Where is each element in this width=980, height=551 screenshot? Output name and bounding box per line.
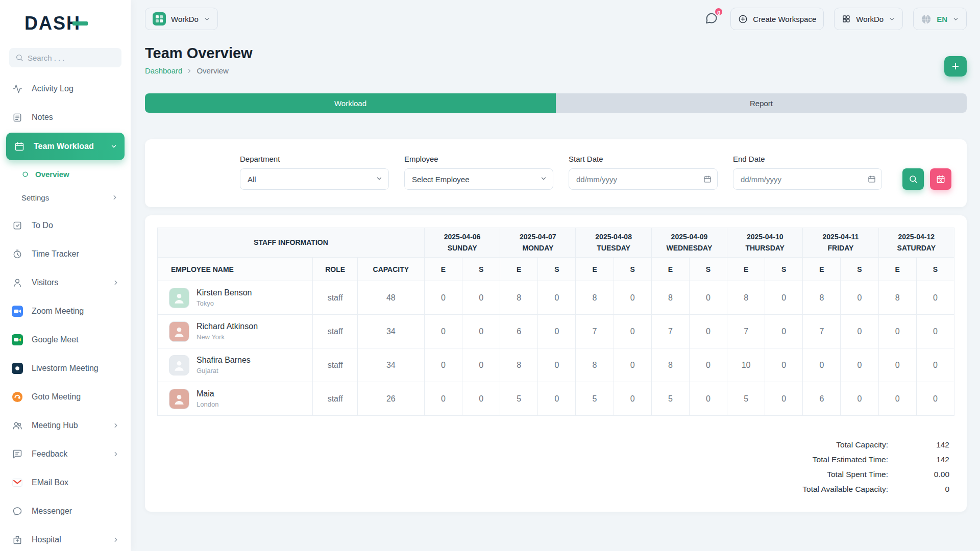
sidebar-item-visitors[interactable]: Visitors bbox=[0, 268, 131, 297]
sidebar-item-notes[interactable]: Notes bbox=[0, 103, 131, 132]
sidebar-subitem-settings[interactable]: Settings bbox=[0, 186, 131, 209]
workspace-switcher[interactable]: WorkDo bbox=[145, 8, 218, 30]
employee-name: Shafira Barnes bbox=[197, 356, 251, 365]
sidebar-item-label: Team Workload bbox=[34, 142, 94, 151]
sidebar-item-zoom-meeting[interactable]: Zoom Meeting bbox=[0, 297, 131, 325]
day-header: 2025-04-10THURSDAY bbox=[727, 228, 803, 258]
sidebar-item-to-do[interactable]: To Do bbox=[0, 211, 131, 240]
sidebar-subitem-overview[interactable]: Overview bbox=[0, 162, 131, 186]
sidebar-item-time-tracker[interactable]: Time Tracker bbox=[0, 240, 131, 268]
department-select[interactable]: All bbox=[240, 168, 389, 190]
estimate-cell: 5 bbox=[500, 382, 538, 416]
meet-icon bbox=[11, 334, 23, 346]
sidebar-item-google-meet[interactable]: Google Meet bbox=[0, 325, 131, 354]
employee-location: New York bbox=[197, 333, 258, 341]
tab-report[interactable]: Report bbox=[556, 93, 967, 113]
overview-dot-icon bbox=[21, 170, 29, 178]
page-title: Team Overview bbox=[145, 45, 967, 62]
search-input[interactable] bbox=[9, 48, 121, 67]
sidebar-item-email-box[interactable]: EMail Box bbox=[0, 468, 131, 497]
sidebar-item-label: Google Meet bbox=[32, 335, 79, 344]
create-workspace-button[interactable]: Create Workspace bbox=[730, 8, 824, 30]
chevron-right-icon bbox=[112, 422, 119, 429]
messenger-icon bbox=[11, 505, 23, 517]
estimate-cell: 10 bbox=[727, 348, 765, 382]
end-date-label: End Date bbox=[733, 155, 882, 163]
total-label: Total Spent Time: bbox=[827, 470, 888, 479]
avatar bbox=[169, 389, 189, 409]
spent-cell: 0 bbox=[916, 281, 954, 315]
sidebar-item-goto-meeting[interactable]: Goto Meeting bbox=[0, 383, 131, 411]
spent-header: S bbox=[462, 258, 500, 281]
grid-icon bbox=[842, 14, 851, 23]
chat-button[interactable]: 0 bbox=[704, 11, 718, 27]
estimate-cell: 7 bbox=[651, 315, 689, 348]
employee-location: Tokyo bbox=[197, 299, 252, 307]
role-cell: staff bbox=[313, 382, 357, 416]
estimate-cell: 8 bbox=[576, 348, 614, 382]
sidebar-item-hospital[interactable]: Hospital bbox=[0, 525, 131, 551]
day-date: 2025-04-11 bbox=[803, 232, 878, 243]
day-weekday: WEDNESDAY bbox=[652, 243, 727, 254]
day-date: 2025-04-07 bbox=[500, 232, 575, 243]
spent-header: S bbox=[916, 258, 954, 281]
estimate-header: E bbox=[803, 258, 841, 281]
workload-table: STAFF INFORMATION 2025-04-06SUNDAY2025-0… bbox=[157, 228, 954, 416]
apps-dropdown-button[interactable]: WorkDo bbox=[834, 8, 903, 30]
spent-cell: 0 bbox=[462, 382, 500, 416]
end-date-input[interactable] bbox=[733, 168, 882, 190]
workload-subheader-row: EMPLOYEE NAME ROLE CAPACITY ESESESESESES… bbox=[158, 258, 954, 281]
sidebar-item-label: To Do bbox=[32, 221, 53, 230]
plus-icon bbox=[951, 62, 960, 71]
spent-cell: 0 bbox=[538, 315, 576, 348]
language-label: EN bbox=[937, 15, 947, 23]
table-row: Kirsten BensonTokyostaff4800808080808080 bbox=[158, 281, 954, 315]
sidebar-search bbox=[9, 48, 121, 67]
sidebar-item-label: Messenger bbox=[32, 507, 72, 516]
estimate-cell: 8 bbox=[803, 281, 841, 315]
search-icon bbox=[909, 174, 918, 184]
estimate-cell: 5 bbox=[727, 382, 765, 416]
gmail-icon bbox=[11, 477, 23, 489]
role-header: ROLE bbox=[313, 258, 357, 281]
language-dropdown-button[interactable]: EN bbox=[913, 8, 967, 30]
breadcrumb-dashboard-link[interactable]: Dashboard bbox=[145, 66, 182, 75]
day-date: 2025-04-09 bbox=[652, 232, 727, 243]
search-filter-button[interactable] bbox=[902, 168, 924, 190]
add-button[interactable] bbox=[944, 56, 967, 77]
reset-filter-button[interactable] bbox=[930, 168, 951, 190]
sidebar-item-meeting-hub[interactable]: Meeting Hub bbox=[0, 411, 131, 440]
sidebar: DASH Activity LogNotesTeam WorkloadOverv… bbox=[0, 0, 131, 551]
spent-cell: 0 bbox=[765, 315, 803, 348]
sidebar-item-messenger[interactable]: Messenger bbox=[0, 497, 131, 525]
tab-workload[interactable]: Workload bbox=[145, 93, 556, 113]
chevron-down-icon bbox=[204, 16, 210, 22]
spent-cell: 0 bbox=[916, 315, 954, 348]
start-date-input[interactable] bbox=[569, 168, 718, 190]
role-cell: staff bbox=[313, 315, 357, 348]
employee-location: London bbox=[197, 400, 218, 408]
sidebar-item-activity-log[interactable]: Activity Log bbox=[0, 74, 131, 103]
sidebar-item-team-workload[interactable]: Team Workload bbox=[6, 133, 125, 160]
avatar bbox=[169, 355, 189, 375]
workspace-label: WorkDo bbox=[171, 15, 199, 23]
department-label: Department bbox=[240, 155, 389, 163]
total-value: 0.00 bbox=[913, 470, 949, 479]
chevron-right-icon bbox=[112, 450, 119, 458]
estimate-cell: 0 bbox=[878, 348, 916, 382]
chevron-down-icon bbox=[952, 16, 959, 22]
search-icon bbox=[15, 54, 23, 62]
workload-table-card: STAFF INFORMATION 2025-04-06SUNDAY2025-0… bbox=[145, 215, 967, 512]
spent-cell: 0 bbox=[538, 348, 576, 382]
employee-select[interactable]: Select Employee bbox=[404, 168, 553, 190]
spent-cell: 0 bbox=[916, 348, 954, 382]
total-line-total-capacity: Total Capacity:142 bbox=[157, 437, 949, 452]
estimate-cell: 7 bbox=[576, 315, 614, 348]
estimate-cell: 8 bbox=[500, 281, 538, 315]
sidebar-item-feedback[interactable]: Feedback bbox=[0, 440, 131, 468]
spent-cell: 0 bbox=[841, 348, 878, 382]
day-header: 2025-04-07MONDAY bbox=[500, 228, 576, 258]
estimate-cell: 8 bbox=[500, 348, 538, 382]
sidebar-item-livestorm-meeting[interactable]: Livestorm Meeting bbox=[0, 354, 131, 383]
spent-cell: 0 bbox=[614, 348, 651, 382]
